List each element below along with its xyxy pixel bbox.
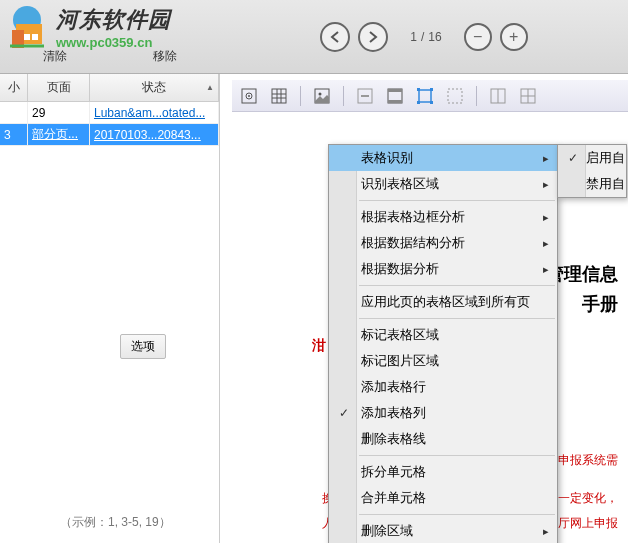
watermark-url: www.pc0359.cn <box>56 35 171 50</box>
svg-point-7 <box>248 95 250 97</box>
total-pages: 16 <box>428 30 441 44</box>
col-header-status[interactable]: 状态▲ <box>90 74 219 101</box>
doc-text: 申报系统需 <box>558 452 618 469</box>
tool-frame-icon[interactable] <box>384 85 406 107</box>
context-menu: 表格识别识别表格区域根据表格边框分析根据数据结构分析根据数据分析应用此页的表格区… <box>328 144 558 543</box>
svg-rect-18 <box>388 89 402 92</box>
menu-separator <box>359 514 555 515</box>
tool-image-icon[interactable] <box>311 85 333 107</box>
menu-item[interactable]: 添加表格列 <box>329 400 557 426</box>
status-link[interactable]: Luban&am...otated... <box>94 106 205 120</box>
sort-asc-icon: ▲ <box>206 83 214 92</box>
zoom-in-button[interactable]: + <box>500 23 528 51</box>
watermark-logo-icon <box>2 2 52 52</box>
tool-minus-box-icon[interactable] <box>354 85 376 107</box>
menu-separator <box>359 285 555 286</box>
menu-item[interactable]: 应用此页的表格区域到所有页 <box>329 289 557 315</box>
menu-item[interactable]: 添加表格行 <box>329 374 557 400</box>
menu-item[interactable]: 合并单元格 <box>329 485 557 511</box>
submenu-item[interactable]: 启用自 <box>558 145 626 171</box>
svg-rect-24 <box>430 101 433 104</box>
menu-separator <box>359 318 555 319</box>
menu-item[interactable]: 识别表格区域 <box>329 171 557 197</box>
table-header: 小 页面 状态▲ <box>0 74 219 102</box>
tool-target-icon[interactable] <box>238 85 260 107</box>
doc-title-fragment: 手册 <box>582 292 618 316</box>
table-row[interactable]: 29 Luban&am...otated... <box>0 102 219 124</box>
separator <box>343 86 344 106</box>
watermark: 河东软件园 www.pc0359.cn <box>2 2 171 52</box>
doc-text: 泔 <box>312 337 326 355</box>
current-page[interactable]: 1 <box>410 30 417 44</box>
menu-item[interactable]: 标记图片区域 <box>329 348 557 374</box>
menu-separator <box>359 455 555 456</box>
menu-item[interactable]: 标记表格区域 <box>329 322 557 348</box>
status-link[interactable]: 20170103...20843... <box>94 128 201 142</box>
menu-item[interactable]: 表格识别 <box>329 145 557 171</box>
svg-point-14 <box>319 92 322 95</box>
menu-item[interactable]: 拆分单元格 <box>329 459 557 485</box>
menu-separator <box>359 200 555 201</box>
svg-rect-21 <box>417 88 420 91</box>
svg-rect-19 <box>388 100 402 103</box>
tool-grid-icon[interactable] <box>268 85 290 107</box>
menu-item[interactable]: 根据数据结构分析 <box>329 230 557 256</box>
tool-columns-icon[interactable] <box>487 85 509 107</box>
tool-dashed-box-icon[interactable] <box>444 85 466 107</box>
submenu-item[interactable]: 禁用自 <box>558 171 626 197</box>
tool-table-icon[interactable] <box>517 85 539 107</box>
svg-rect-20 <box>419 90 431 102</box>
view-toolbar <box>232 80 628 112</box>
svg-rect-4 <box>32 34 38 40</box>
svg-rect-8 <box>272 89 286 103</box>
separator <box>300 86 301 106</box>
separator <box>476 86 477 106</box>
menu-item[interactable]: 删除表格线 <box>329 426 557 452</box>
left-panel: 小 页面 状态▲ 29 Luban&am...otated... 3 部分页..… <box>0 74 220 543</box>
example-hint: （示例：1, 3-5, 19） <box>60 514 171 531</box>
prev-page-button[interactable] <box>320 22 350 52</box>
submenu: 启用自禁用自 <box>557 144 627 198</box>
svg-rect-23 <box>417 101 420 104</box>
svg-rect-22 <box>430 88 433 91</box>
col-header-page[interactable]: 页面 <box>28 74 90 101</box>
menu-item[interactable]: 删除区域 <box>329 518 557 543</box>
svg-rect-25 <box>448 89 462 103</box>
menu-item[interactable]: 根据数据分析 <box>329 256 557 282</box>
watermark-title: 河东软件园 <box>56 5 171 35</box>
next-page-button[interactable] <box>358 22 388 52</box>
table-row[interactable]: 3 部分页... 20170103...20843... <box>0 124 219 146</box>
page-indicator: 1 / 16 <box>410 30 441 44</box>
zoom-out-button[interactable]: − <box>464 23 492 51</box>
menu-item[interactable]: 根据表格边框分析 <box>329 204 557 230</box>
svg-rect-3 <box>24 34 30 40</box>
tool-crop-icon[interactable] <box>414 85 436 107</box>
options-button[interactable]: 选项 <box>120 334 166 359</box>
col-header-size[interactable]: 小 <box>0 74 28 101</box>
